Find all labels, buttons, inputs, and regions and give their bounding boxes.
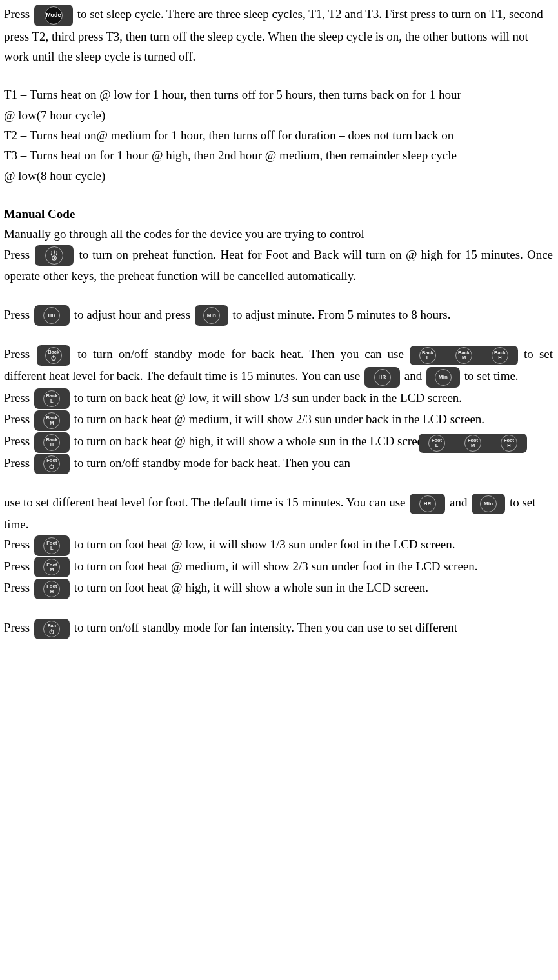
text: to set sleep cycle. There are three slee…: [4, 7, 543, 63]
text: to turn on back heat @ high, it will sho…: [74, 434, 432, 448]
preheat-icon: [45, 246, 63, 265]
back-power-button-icon: Back: [37, 345, 70, 366]
t3-line1: T3 – Turns heat on for 1 hour @ high, th…: [4, 145, 553, 165]
back-h-icon: Back H: [482, 346, 518, 365]
text: to turn on foot heat @ low, it will show…: [74, 537, 455, 551]
paragraph-foot-high: Press Foot H to turn on foot heat @ high…: [4, 577, 553, 599]
text: and: [450, 495, 467, 509]
text: to turn on preheat function. Heat for Fo…: [4, 248, 553, 283]
text: Press: [4, 434, 30, 448]
paragraph-back-medium: Press Back M to turn on back heat @ medi…: [4, 409, 553, 431]
paragraph-foot-low: Press Foot L to turn on foot heat @ low,…: [4, 534, 553, 556]
text: Press: [4, 559, 30, 573]
text: to adjust minute. From 5 minutes to 8 ho…: [233, 308, 451, 321]
back-l-icon: Back L: [43, 390, 60, 407]
back-m-icon: Back M: [446, 346, 482, 365]
back-l-icon: Back L: [410, 346, 446, 365]
text: Press: [4, 412, 30, 426]
mode-icon: Mode: [45, 6, 63, 25]
foot-l-button-icon: Foot L: [34, 535, 70, 556]
t1-line1: T1 – Turns heat on @ low for 1 hour, the…: [4, 85, 553, 105]
foot-l-icon: Foot L: [43, 537, 60, 554]
back-power-icon: Back: [45, 347, 62, 364]
paragraph-fan: Press Fan to turn on/off standby mode fo…: [4, 617, 553, 639]
min-button-icon: Min: [472, 494, 505, 514]
min-icon: Min: [203, 307, 220, 324]
manual-code-heading: Manual Code: [4, 204, 553, 224]
text: Press: [4, 308, 30, 321]
text: Press: [4, 581, 30, 594]
text: use to set different heat level for foot…: [4, 495, 408, 509]
hr-button-icon: HR: [364, 367, 400, 388]
text: Press: [4, 456, 30, 470]
foot-m-icon: Foot M: [43, 559, 60, 575]
text: Press: [4, 621, 30, 634]
back-l-button-icon: Back L: [34, 388, 70, 409]
text: to turn on/off standby mode for back hea…: [77, 347, 410, 361]
min-icon: Min: [435, 369, 452, 386]
paragraph-preheat: Press to turn on preheat function. Heat …: [4, 245, 553, 286]
text: to turn on back heat @ low, it will show…: [74, 391, 462, 405]
svg-point-1: [54, 257, 55, 259]
foot-h-icon: Foot H: [491, 434, 527, 453]
foot-h-button-icon: Foot H: [34, 579, 70, 599]
foot-l-icon: Foot L: [419, 434, 455, 453]
back-m-icon: Back M: [43, 412, 60, 429]
fan-power-icon: Fan: [43, 621, 60, 637]
back-lmh-group-icon: Back L Back M Back H: [410, 346, 518, 365]
text: Press: [4, 347, 30, 361]
min-icon: Min: [480, 495, 497, 512]
hr-icon: HR: [419, 495, 436, 512]
text: to turn on back heat @ medium, it will s…: [74, 412, 484, 426]
paragraph-hr-min: Press HR to adjust hour and press Min to…: [4, 305, 553, 326]
text: Press: [4, 7, 30, 21]
t2-line: T2 – Turns heat on@ medium for 1 hour, t…: [4, 125, 553, 145]
foot-m-button-icon: Foot M: [34, 557, 70, 577]
text: Press: [4, 391, 30, 405]
hr-button-icon: HR: [34, 305, 70, 326]
paragraph-back-standby: Press Back to turn on/off standby mode f…: [4, 344, 553, 387]
text: to turn on foot heat @ high, it will sho…: [74, 581, 428, 594]
t3-line2: @ low(8 hour cycle): [4, 166, 553, 186]
text: to adjust hour and press: [74, 308, 194, 321]
paragraph-foot-use: use to set different heat level for foot…: [4, 492, 553, 534]
text: to turn on/off standby mode for back hea…: [74, 456, 350, 470]
text: Press: [4, 537, 30, 551]
hr-icon: HR: [374, 369, 391, 386]
text: and: [404, 369, 425, 383]
fan-power-button-icon: Fan: [34, 619, 70, 639]
text: Press: [4, 248, 34, 261]
mode-button-icon: Mode: [34, 5, 73, 26]
back-m-button-icon: Back M: [34, 410, 70, 431]
back-h-icon: Back H: [43, 434, 60, 451]
paragraph-foot-standby: Press Foot to turn on/off standby mode f…: [4, 453, 553, 475]
paragraph-sleep-cycle: Press Mode to set sleep cycle. There are…: [4, 4, 553, 66]
foot-power-icon: Foot: [43, 455, 60, 472]
hr-icon: HR: [43, 307, 60, 324]
foot-power-button-icon: Foot: [34, 454, 70, 474]
back-h-button-icon: Back H: [34, 432, 70, 453]
hr-button-icon: HR: [410, 494, 445, 514]
t1-line2: @ low(7 hour cycle): [4, 105, 553, 125]
paragraph-back-low: Press Back L to turn on back heat @ low,…: [4, 388, 553, 410]
min-button-icon: Min: [426, 367, 460, 388]
min-button-icon: Min: [195, 305, 228, 326]
foot-m-icon: Foot M: [455, 434, 491, 453]
foot-lmh-group-icon: Foot L Foot M Foot H: [419, 434, 527, 453]
text: to turn on foot heat @ medium, it will s…: [74, 559, 478, 573]
manual-code-sub: Manually go through all the codes for th…: [4, 224, 553, 244]
foot-h-icon: Foot H: [43, 581, 60, 597]
paragraph-foot-medium: Press Foot M to turn on foot heat @ medi…: [4, 556, 553, 578]
preheat-button-icon: [35, 245, 74, 266]
text: to turn on/off standby mode for fan inte…: [74, 621, 458, 634]
text: to set time.: [464, 369, 519, 383]
